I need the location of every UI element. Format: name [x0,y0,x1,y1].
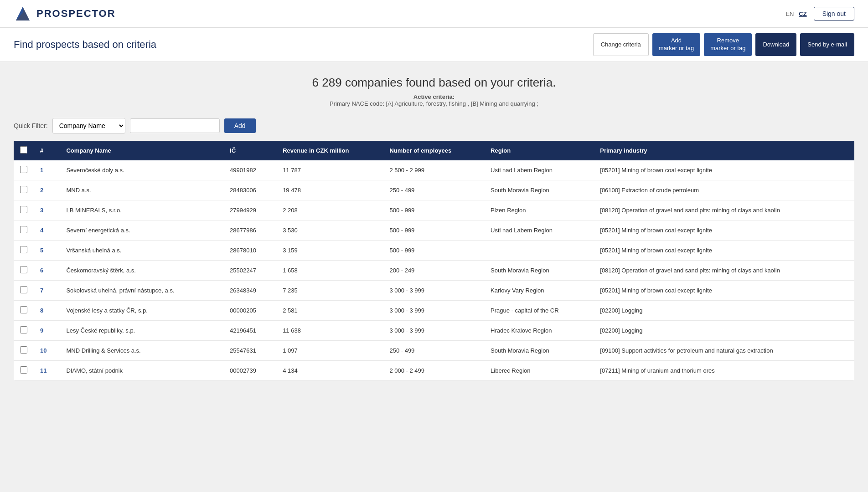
row-checkbox-cell[interactable] [14,340,34,360]
main-content: 6 289 companies found based on your crit… [0,62,868,395]
lang-cz[interactable]: CZ [799,10,806,17]
row-num: 10 [34,340,60,360]
col-revenue: Revenue in CZK million [276,141,383,160]
lang-en[interactable]: EN [785,10,794,17]
active-criteria: Active criteria: Primary NACE code: [A] … [14,93,854,107]
results-heading: 6 289 companies found based on your crit… [14,76,854,90]
row-employees: 500 - 999 [383,220,484,240]
toolbar-buttons: Change criteria Add marker or tag Remove… [593,33,854,56]
row-checkbox[interactable] [20,246,27,253]
row-region: Karlovy Vary Region [484,280,594,300]
row-employees: 3 000 - 3 999 [383,280,484,300]
row-checkbox-cell[interactable] [14,360,34,380]
row-num: 11 [34,360,60,380]
row-checkbox[interactable] [20,306,27,313]
row-revenue: 11 638 [276,320,383,340]
row-revenue: 7 235 [276,280,383,300]
header-checkbox-cell[interactable] [14,141,34,160]
remove-marker-button[interactable]: Remove marker or tag [704,33,752,56]
sign-out-button[interactable]: Sign out [814,7,854,20]
row-num: 6 [34,260,60,280]
row-industry: [05201] Mining of brown coal except lign… [594,160,854,180]
col-industry: Primary industry [594,141,854,160]
row-checkbox[interactable] [20,366,27,374]
row-checkbox-cell[interactable] [14,200,34,220]
row-checkbox[interactable] [20,326,27,333]
row-employees: 200 - 249 [383,260,484,280]
quick-filter-add-button[interactable]: Add [224,118,256,133]
row-num: 7 [34,280,60,300]
table-row: 3 LB MINERALS, s.r.o. 27994929 2 208 500… [14,200,854,220]
row-region: South Moravia Region [484,180,594,200]
row-employees: 500 - 999 [383,200,484,220]
send-email-button[interactable]: Send by e-mail [800,33,854,56]
row-checkbox[interactable] [20,186,27,193]
col-employees: Number of employees [383,141,484,160]
row-region: Usti nad Labem Region [484,220,594,240]
language-selector[interactable]: EN CZ [785,10,806,17]
row-checkbox-cell[interactable] [14,240,34,260]
row-ic: 00002739 [223,360,276,380]
table-row: 10 MND Drilling & Services a.s. 25547631… [14,340,854,360]
row-revenue: 2 581 [276,300,383,320]
row-num: 5 [34,240,60,260]
col-company-name: Company Name [60,141,223,160]
select-all-checkbox[interactable] [20,146,27,154]
download-button[interactable]: Download [755,33,796,56]
table-row: 4 Severní energetická a.s. 28677986 3 53… [14,220,854,240]
row-region: Prague - capital of the CR [484,300,594,320]
row-checkbox-cell[interactable] [14,160,34,180]
logo-icon [14,5,32,23]
row-checkbox[interactable] [20,226,27,233]
table-body: 1 Severočeské doly a.s. 49901982 11 787 … [14,160,854,381]
logo-area: Prospector [14,5,116,23]
change-criteria-button[interactable]: Change criteria [593,33,649,56]
row-checkbox-cell[interactable] [14,220,34,240]
logo-text: Prospector [36,8,116,20]
quick-filter-input[interactable] [130,118,220,133]
row-industry: [08120] Operation of gravel and sand pit… [594,200,854,220]
row-industry: [06100] Extraction of crude petroleum [594,180,854,200]
row-industry: [05201] Mining of brown coal except lign… [594,280,854,300]
row-checkbox[interactable] [20,346,27,354]
row-employees: 3 000 - 3 999 [383,320,484,340]
row-checkbox-cell[interactable] [14,260,34,280]
row-checkbox-cell[interactable] [14,300,34,320]
row-num: 8 [34,300,60,320]
row-industry: [08120] Operation of gravel and sand pit… [594,260,854,280]
row-checkbox[interactable] [20,266,27,273]
row-revenue: 1 097 [276,340,383,360]
row-employees: 500 - 999 [383,240,484,260]
table-row: 2 MND a.s. 28483006 19 478 250 - 499 Sou… [14,180,854,200]
header: Prospector EN CZ Sign out [0,0,868,28]
row-company-name: Severní energetická a.s. [60,220,223,240]
row-num: 1 [34,160,60,180]
row-industry: [02200] Logging [594,300,854,320]
table-row: 5 Vršanská uhelná a.s. 28678010 3 159 50… [14,240,854,260]
row-checkbox[interactable] [20,206,27,213]
quick-filter-label: Quick Filter: [14,122,48,129]
row-employees: 2 500 - 2 999 [383,160,484,180]
row-checkbox[interactable] [20,286,27,293]
row-checkbox-cell[interactable] [14,180,34,200]
row-region: Usti nad Labem Region [484,160,594,180]
row-company-name: DIAMO, státní podnik [60,360,223,380]
row-revenue: 2 208 [276,200,383,220]
results-table: # Company Name IČ Revenue in CZK million… [14,141,854,381]
row-checkbox-cell[interactable] [14,280,34,300]
row-company-name: MND a.s. [60,180,223,200]
row-ic: 25502247 [223,260,276,280]
add-marker-button[interactable]: Add marker or tag [652,33,700,56]
row-employees: 3 000 - 3 999 [383,300,484,320]
table-row: 7 Sokolovská uhelná, právní nástupce, a.… [14,280,854,300]
table-row: 6 Českomoravský štěrk, a.s. 25502247 1 6… [14,260,854,280]
row-revenue: 19 478 [276,180,383,200]
row-num: 9 [34,320,60,340]
row-checkbox-cell[interactable] [14,320,34,340]
row-num: 3 [34,200,60,220]
row-checkbox[interactable] [20,166,27,173]
row-employees: 250 - 499 [383,340,484,360]
row-company-name: MND Drilling & Services a.s. [60,340,223,360]
row-industry: [05201] Mining of brown coal except lign… [594,220,854,240]
quick-filter-select[interactable]: Company Name [52,118,125,133]
